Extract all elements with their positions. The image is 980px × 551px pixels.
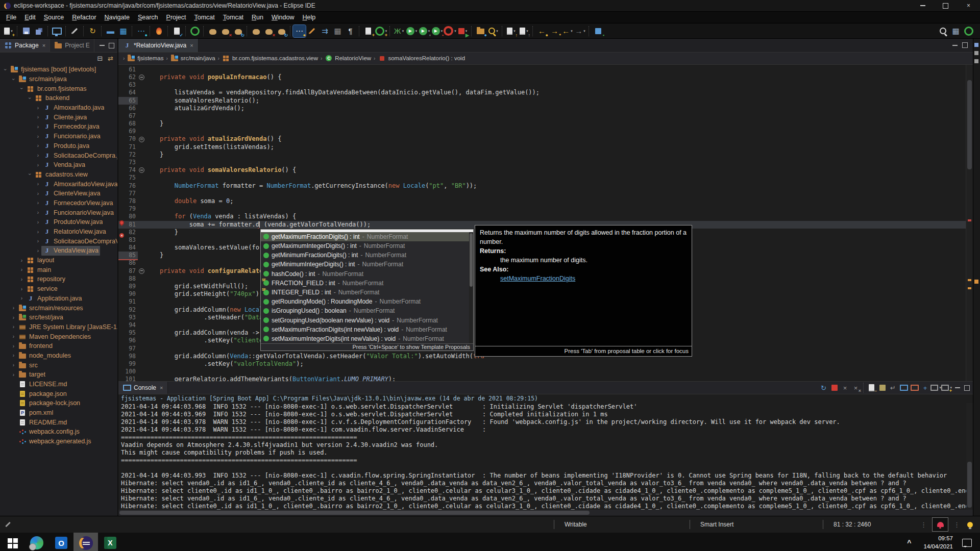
- code-line[interactable]: 68 }: [118, 120, 966, 128]
- taskbar-excel-button[interactable]: X: [98, 533, 122, 551]
- completion-item[interactable]: getMinimumIntegerDigits() : int - Number…: [261, 260, 473, 269]
- completion-item[interactable]: setMaximumIntegerDigits(int newValue) : …: [261, 334, 473, 343]
- server-power-icon[interactable]: [188, 25, 201, 37]
- tree-item[interactable]: ›FuncionarioView.java: [0, 208, 117, 217]
- tree-item[interactable]: ›SolicitacaoDeCompraView.java: [0, 236, 117, 246]
- tree-item[interactable]: ›Almoxarifado.java: [0, 103, 117, 113]
- menu-tomcat[interactable]: Tomcat: [190, 14, 218, 21]
- code-line[interactable]: 61: [118, 66, 966, 73]
- code-editor[interactable]: 6162 private void populaInformacao() {63…: [118, 65, 973, 381]
- tree-item[interactable]: ›Produto.java: [0, 141, 117, 151]
- completion-item[interactable]: getMinimumFractionDigits() : int - Numbe…: [261, 251, 473, 260]
- tomcat-start-icon[interactable]: [206, 25, 219, 37]
- expand-arrow-icon[interactable]: ›: [18, 267, 25, 272]
- scroll-lock-icon[interactable]: [877, 383, 888, 393]
- close-window-button[interactable]: ×: [957, 0, 980, 11]
- tree-item[interactable]: ›Venda.java: [0, 160, 117, 170]
- code-line[interactable]: 66 atualizaGrdVenda();: [118, 105, 966, 112]
- relaunch-console-icon[interactable]: ↻: [818, 383, 829, 393]
- code-line[interactable]: 100: [118, 368, 966, 375]
- expand-arrow-icon[interactable]: ›: [10, 315, 17, 320]
- new-snippet-icon[interactable]: +: [362, 25, 375, 37]
- breadcrumb-item[interactable]: br.com.fjsistemas.cadastros.view: [222, 55, 318, 62]
- taskbar-start-button[interactable]: [0, 533, 24, 551]
- expand-arrow-icon[interactable]: ›: [35, 143, 41, 148]
- menu-help[interactable]: Help: [298, 14, 320, 21]
- tree-item[interactable]: ›target: [0, 370, 117, 380]
- minimize-editor-icon[interactable]: [952, 45, 958, 46]
- maximize-editor-icon[interactable]: [962, 42, 968, 48]
- tomcat-stop-icon[interactable]: ×: [219, 25, 232, 37]
- usage-view-icon[interactable]: ⋯●: [293, 25, 306, 37]
- show-whitespace-icon[interactable]: ¶: [344, 25, 357, 37]
- display-console-icon[interactable]: ▾: [930, 383, 941, 393]
- code-line[interactable]: 101 gerarRelatorio.addThemeVariants(Butt…: [118, 375, 966, 381]
- pin-console-icon[interactable]: +: [920, 383, 930, 393]
- java-perspective-icon[interactable]: [962, 25, 975, 37]
- update-install-icon[interactable]: ✓: [170, 25, 183, 37]
- open-resource-icon[interactable]: ●: [474, 25, 487, 37]
- restore-view-icon[interactable]: [974, 43, 978, 47]
- tree-item[interactable]: ›main: [0, 265, 117, 274]
- tomcat2-publish-icon[interactable]: ↻: [275, 25, 288, 37]
- menu-navigate[interactable]: Navigate: [101, 14, 134, 21]
- fold-marker-icon[interactable]: [139, 137, 144, 142]
- popup-scrollbar[interactable]: [469, 232, 473, 343]
- terminate-icon[interactable]: [829, 383, 840, 393]
- menu-edit[interactable]: Edit: [20, 14, 40, 21]
- clear-console-icon[interactable]: –: [866, 383, 877, 393]
- tree-item[interactable]: package.json: [0, 389, 117, 398]
- tree-item[interactable]: ›Maven Dependencies: [0, 332, 117, 341]
- breadcrumb-item[interactable]: src/main/java: [170, 55, 215, 62]
- expand-arrow-icon[interactable]: ›: [18, 258, 25, 263]
- tree-item[interactable]: ›Funcionario.java: [0, 132, 117, 141]
- view-icon[interactable]: [974, 59, 978, 63]
- expand-arrow-icon[interactable]: ›: [35, 248, 41, 254]
- tree-item[interactable]: ›repository: [0, 274, 117, 284]
- tree-item[interactable]: ›AlmoxarifadoView.java: [0, 179, 117, 189]
- minimize-console-icon[interactable]: [955, 387, 960, 389]
- expand-arrow-icon[interactable]: ›: [10, 372, 17, 378]
- fold-marker-icon[interactable]: [139, 167, 144, 173]
- code-line[interactable]: 76 NumberFormat formatter = NumberFormat…: [118, 182, 966, 190]
- editor-tab-relatorioview[interactable]: *RelatorioView.java ×: [118, 39, 199, 52]
- status-overflow-icon[interactable]: ⋮: [953, 521, 960, 529]
- show-stdout-icon[interactable]: [898, 383, 909, 393]
- expand-arrow-icon[interactable]: ›: [3, 66, 8, 73]
- terminal-view-icon[interactable]: [51, 25, 63, 37]
- expand-arrow-icon[interactable]: ›: [35, 114, 41, 120]
- minimize-view-icon[interactable]: [100, 45, 105, 46]
- expand-arrow-icon[interactable]: ›: [18, 286, 25, 292]
- tomcat-publish-icon[interactable]: ↻: [232, 25, 244, 37]
- tree-item[interactable]: ›layout: [0, 256, 117, 265]
- console-log[interactable]: 2021-04-14 09:44:03.968 INFO 1532 --- [n…: [118, 403, 973, 510]
- next-edit-location-icon[interactable]: →*: [548, 25, 561, 37]
- tree-item[interactable]: ›src/main/java: [0, 74, 117, 84]
- tree-item[interactable]: ›src: [0, 360, 117, 370]
- taskbar-edge-button[interactable]: [24, 533, 49, 551]
- tree-item[interactable]: ›ClienteView.java: [0, 189, 117, 198]
- expand-arrow-icon[interactable]: ›: [18, 295, 25, 301]
- modules-grid-icon[interactable]: ▦: [117, 25, 130, 37]
- fold-marker-icon[interactable]: [139, 268, 144, 274]
- expand-arrow-icon[interactable]: ›: [19, 85, 24, 92]
- completion-item[interactable]: hashCode() : int - NumberFormat: [261, 269, 473, 279]
- minimize-window-button[interactable]: [911, 0, 934, 11]
- console-hscrollbar[interactable]: [118, 510, 973, 516]
- maximize-view-icon[interactable]: [109, 43, 114, 48]
- breadcrumb-item[interactable]: fjsistemas: [127, 55, 163, 62]
- new-server-icon[interactable]: +▾: [375, 25, 387, 37]
- tree-item[interactable]: LICENSE.md: [0, 380, 117, 389]
- menu-search[interactable]: Search: [134, 14, 162, 21]
- breadcrumb-item[interactable]: somaValoresRelatorio() : void: [378, 55, 465, 62]
- forward-icon[interactable]: →▾: [574, 25, 586, 37]
- run-history-icon[interactable]: ▶▫▾: [418, 25, 431, 37]
- quick-access-search-icon[interactable]: [937, 25, 949, 37]
- action-center-icon[interactable]: [962, 539, 972, 547]
- tree-item[interactable]: ›frontend: [0, 341, 117, 351]
- tree-item[interactable]: ›cadastros.view: [0, 170, 117, 180]
- pin-view-icon[interactable]: ▪: [592, 25, 604, 37]
- code-line[interactable]: 80 for (Venda venda : listaVendas) {: [118, 213, 966, 220]
- code-line[interactable]: 74 private void somaValoresRelatorio() {: [118, 166, 966, 174]
- remove-launch-icon[interactable]: ×: [840, 383, 850, 393]
